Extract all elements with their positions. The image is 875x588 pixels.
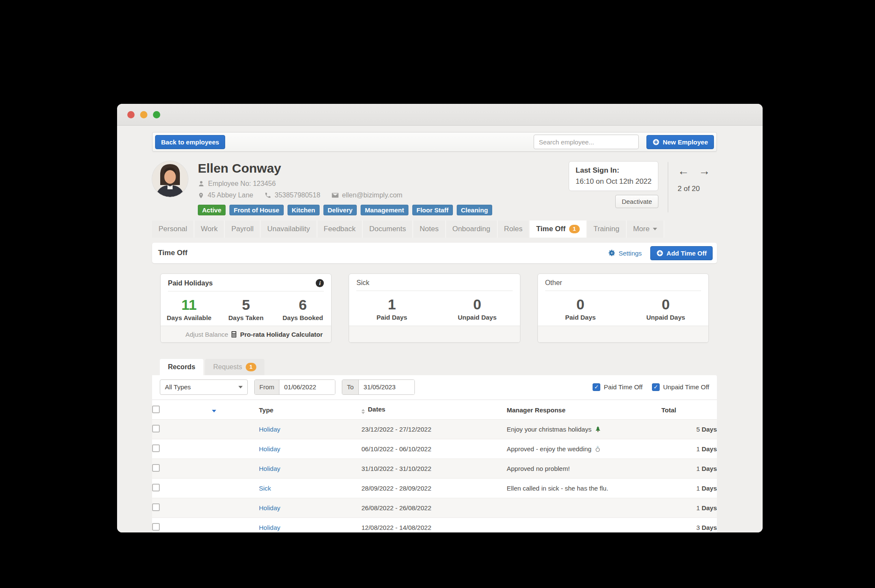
stat-value: 5 [217,297,274,313]
stat-paid-days: 1Paid Days [349,296,435,321]
stat-unpaid-days: 0Unpaid Days [623,296,708,321]
record-total: 5 Days [661,419,717,439]
tag-front-of-house: Front of House [229,205,284,215]
pro-rata-holiday-calculator-link[interactable]: Pro-rata Holiday Calculator [231,331,323,338]
column-type: Type [259,400,361,420]
info-icon[interactable]: i [316,279,324,287]
paid-time-off-checkbox[interactable]: ✓ [593,383,600,391]
tab-time-off[interactable]: Time Off1 [530,220,587,238]
stat-label: Unpaid Days [623,314,708,321]
unpaid-time-off-filter[interactable]: ✓ Unpaid Time Off [652,383,709,391]
next-employee-arrow[interactable]: → [699,165,710,178]
tab-training[interactable]: Training [587,220,627,238]
record-dates: 23/12/2022 - 27/12/2022 [361,419,507,439]
location-pin-icon [198,192,204,199]
row-checkbox[interactable] [152,444,160,452]
employee-name: Ellen Conway [198,161,492,175]
employee-pagination: 2 of 20 [678,185,717,193]
record-type-link[interactable]: Sick [259,485,271,492]
stat-days-taken: 5Days Taken [217,297,274,321]
select-all-checkbox[interactable] [152,406,160,413]
to-date-input[interactable] [359,380,414,394]
window-titlebar [117,104,763,126]
row-checkbox[interactable] [152,464,160,472]
tab-onboarding[interactable]: Onboarding [446,220,498,238]
record-total: 1 Days [661,478,717,498]
row-checkbox[interactable] [152,523,160,531]
record-total: 3 Days [661,517,717,532]
tab-badge: 1 [569,225,580,233]
tab-work[interactable]: Work [194,220,225,238]
stat-label: Days Booked [274,314,331,321]
employee-address: 45 Abbey Lane [208,191,253,199]
from-date-group: From [254,379,335,395]
tab-records[interactable]: Records [160,359,203,375]
record-type-link[interactable]: Holiday [259,465,280,472]
adjust-balance-link[interactable]: Adjust Balance [185,331,228,338]
records-panel: All Types From To ✓ Paid Time [152,375,717,532]
stat-paid-days: 0Paid Days [538,296,623,321]
employee-number: Employee No: 123456 [208,180,276,188]
time-off-title: Time Off [158,249,188,257]
previous-employee-arrow[interactable]: ← [678,165,689,178]
chevron-down-icon [653,228,657,230]
tab-roles[interactable]: Roles [498,220,530,238]
minimize-window-button[interactable] [140,111,147,118]
paid-time-off-label: Paid Time Off [604,383,643,391]
summary-card-other: Other0Paid Days0Unpaid Days [537,273,709,343]
settings-link[interactable]: Settings [608,249,642,257]
tab-payroll[interactable]: Payroll [225,220,261,238]
record-type-link[interactable]: Holiday [259,426,280,433]
settings-label: Settings [619,250,642,257]
deactivate-button[interactable]: Deactivate [615,195,658,208]
stat-days-booked: 6Days Booked [274,297,331,321]
zoom-window-button[interactable] [153,111,160,118]
record-type-link[interactable]: Holiday [259,524,280,531]
last-sign-in-label: Last Sign In: [576,166,652,175]
record-type-link[interactable]: Holiday [259,504,280,512]
card-title: Other [545,279,562,287]
from-date-input[interactable] [279,380,335,394]
type-filter-select[interactable]: All Types [160,379,248,395]
card-title: Sick [356,279,369,287]
tab-feedback[interactable]: Feedback [317,220,363,238]
sort-icon [361,409,365,414]
row-checkbox[interactable] [152,425,160,432]
employee-email: ellen@bizimply.com [342,191,402,199]
summary-card-sick: Sick1Paid Days0Unpaid Days [349,273,520,343]
close-window-button[interactable] [127,111,135,118]
record-type-link[interactable]: Holiday [259,445,280,453]
table-row: Holiday23/12/2022 - 27/12/2022Enjoy your… [152,419,717,439]
record-total: 1 Days [661,498,717,517]
paid-time-off-filter[interactable]: ✓ Paid Time Off [593,383,643,391]
tab-more[interactable]: More [627,220,665,238]
stat-unpaid-days: 0Unpaid Days [435,296,520,321]
bulk-actions-caret-icon[interactable] [212,410,216,412]
tab-unavailability[interactable]: Unavailability [261,220,317,238]
row-checkbox[interactable] [152,484,160,491]
stat-value: 1 [349,296,435,313]
table-row: Holiday26/08/2022 - 26/08/20221 Days [152,498,717,517]
tab-personal[interactable]: Personal [152,220,194,238]
back-to-employees-button[interactable]: Back to employees [155,135,225,149]
table-header-row: Type Dates Manager Response Total [152,400,717,420]
status-tag-active: Active [198,205,226,215]
tab-requests[interactable]: Requests1 [205,359,264,375]
tab-notes[interactable]: Notes [413,220,446,238]
tag-floor-staff: Floor Staff [412,205,453,215]
row-checkbox[interactable] [152,503,160,511]
stat-value: 0 [435,296,520,313]
tab-documents[interactable]: Documents [363,220,413,238]
column-dates[interactable]: Dates [361,400,507,420]
record-dates: 06/10/2022 - 06/10/2022 [361,439,507,459]
summary-card-paid-holidays: Paid Holidaysi11Days Available5Days Take… [160,273,332,343]
record-dates: 31/10/2022 - 31/10/2022 [361,459,507,478]
record-total: 1 Days [661,459,717,478]
unpaid-time-off-checkbox[interactable]: ✓ [652,383,660,391]
search-employee-input[interactable] [534,135,639,149]
add-time-off-button[interactable]: Add Time Off [650,246,713,260]
requests-badge: 1 [246,363,256,371]
tag-management: Management [361,205,408,215]
new-employee-button[interactable]: New Employee [646,135,714,149]
manager-response-text: Approved - enjoy the wedding [507,445,661,453]
